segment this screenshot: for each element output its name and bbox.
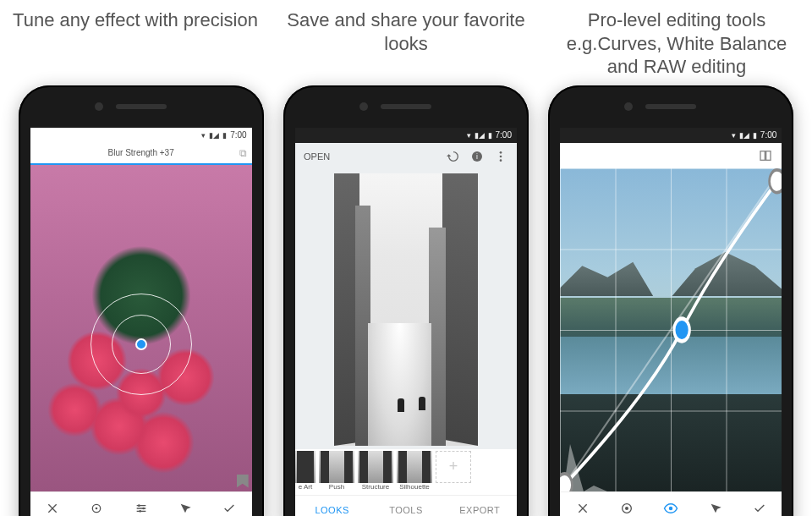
look-label: Silhouette <box>399 483 430 491</box>
look-thumb[interactable]: Push <box>319 451 354 491</box>
bookmark-icon[interactable] <box>237 475 249 488</box>
info-icon[interactable]: i <box>469 149 485 164</box>
channel-icon[interactable] <box>618 500 635 516</box>
status-time: 7:00 <box>230 130 246 140</box>
phone-2-screen: ▾ ▮◢ ▮ 7:00 OPEN i <box>295 128 517 517</box>
close-button[interactable] <box>574 500 591 516</box>
svg-point-15 <box>770 169 782 192</box>
curves-top-bar <box>560 143 782 168</box>
compare-icon[interactable] <box>758 148 773 163</box>
status-bar: ▾ ▮◢ ▮ 7:00 <box>560 128 782 143</box>
main-top-bar: OPEN i <box>295 143 517 170</box>
captions-row: Tune any effect with precision Save and … <box>0 0 812 79</box>
main-tabs: LOOKS TOOLS EXPORT <box>295 495 517 517</box>
look-label: Structure <box>362 483 389 491</box>
editor-bottom-bar <box>30 491 252 517</box>
wifi-icon: ▾ <box>467 131 471 140</box>
look-label: e Art <box>299 483 312 491</box>
caption-2: Save and share your favorite looks <box>279 8 533 79</box>
battery-icon: ▮ <box>222 131 227 140</box>
more-icon[interactable] <box>493 149 508 164</box>
caption-3: Pro-level editing tools e.g.Curves, Whit… <box>550 8 804 79</box>
parameter-chip[interactable]: Blur Strength +37 <box>102 146 181 159</box>
svg-rect-11 <box>766 151 771 160</box>
curves-line[interactable] <box>560 168 782 491</box>
signal-icon: ▮◢ <box>209 131 219 140</box>
svg-point-3 <box>142 508 145 510</box>
effect-top-bar: Blur Strength +37 ⧉ <box>30 143 252 165</box>
focus-center-handle[interactable] <box>135 338 147 350</box>
phone-3-screen: ▾ ▮◢ ▮ 7:00 <box>560 128 782 517</box>
target-icon[interactable] <box>88 500 105 516</box>
battery-icon: ▮ <box>753 131 757 140</box>
look-thumb[interactable]: e Art <box>295 451 315 491</box>
signal-icon: ▮◢ <box>475 131 485 140</box>
svg-point-14 <box>674 318 689 341</box>
battery-icon: ▮ <box>488 131 492 140</box>
svg-point-2 <box>138 504 140 507</box>
looks-thumbnails[interactable]: e Art Push Structure Silhouette + <box>295 449 517 495</box>
look-thumb[interactable]: Structure <box>358 451 393 491</box>
confirm-button[interactable] <box>221 500 238 516</box>
tab-looks[interactable]: LOOKS <box>295 496 369 517</box>
tab-export[interactable]: EXPORT <box>443 496 517 517</box>
svg-line-12 <box>565 174 778 485</box>
photo-canvas[interactable] <box>30 165 252 491</box>
status-bar: ▾ ▮◢ ▮ 7:00 <box>295 128 517 143</box>
status-time: 7:00 <box>760 130 776 140</box>
svg-point-17 <box>625 507 628 510</box>
curves-bottom-bar <box>560 491 782 517</box>
eye-icon[interactable] <box>662 500 679 516</box>
add-look-button[interactable]: + <box>436 451 471 483</box>
phone-1: ▾ ▮◢ ▮ 7:00 Blur Strength +37 ⧉ <box>19 85 264 517</box>
styles-icon[interactable] <box>707 500 724 516</box>
tab-tools[interactable]: TOOLS <box>369 496 442 517</box>
look-label: Push <box>329 483 344 491</box>
svg-point-7 <box>500 151 502 154</box>
phone-3: ▾ ▮◢ ▮ 7:00 <box>548 85 793 517</box>
confirm-button[interactable] <box>751 500 768 516</box>
phone-2: ▾ ▮◢ ▮ 7:00 OPEN i <box>283 85 529 517</box>
look-thumb[interactable]: Silhouette <box>397 451 432 491</box>
caption-1: Tune any effect with precision <box>8 8 262 79</box>
open-button[interactable]: OPEN <box>304 151 330 162</box>
status-time: 7:00 <box>496 130 512 140</box>
status-bar: ▾ ▮◢ ▮ 7:00 <box>30 128 252 143</box>
compare-icon[interactable]: ⧉ <box>239 147 247 159</box>
svg-point-8 <box>500 155 502 157</box>
phone-1-screen: ▾ ▮◢ ▮ 7:00 Blur Strength +37 ⧉ <box>30 128 252 517</box>
styles-icon[interactable] <box>177 500 194 516</box>
undo-icon[interactable] <box>446 149 461 164</box>
photo-preview[interactable] <box>295 170 517 449</box>
svg-point-1 <box>96 508 98 510</box>
svg-point-18 <box>669 507 673 511</box>
svg-rect-10 <box>760 151 765 160</box>
signal-icon: ▮◢ <box>739 131 749 140</box>
photo-canvas-curves[interactable] <box>560 168 782 491</box>
adjust-sliders-icon[interactable] <box>133 500 150 516</box>
close-button[interactable] <box>44 500 61 516</box>
svg-point-13 <box>560 473 572 491</box>
svg-point-4 <box>139 510 141 513</box>
wifi-icon: ▾ <box>732 131 736 140</box>
svg-point-9 <box>500 159 502 162</box>
svg-text:i: i <box>476 152 478 161</box>
wifi-icon: ▾ <box>201 131 206 140</box>
phones-row: ▾ ▮◢ ▮ 7:00 Blur Strength +37 ⧉ <box>0 85 812 517</box>
